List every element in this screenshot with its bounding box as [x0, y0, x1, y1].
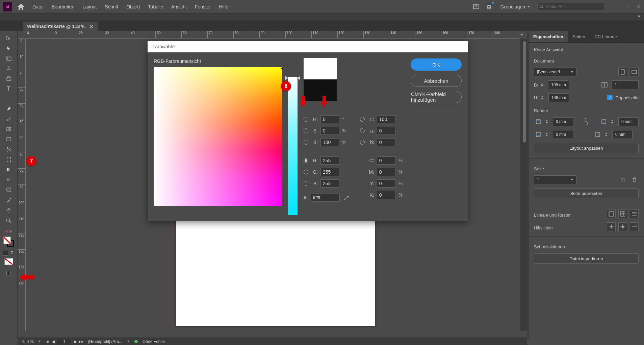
- tab-cc-libraries[interactable]: CC Librarie: [590, 31, 622, 42]
- radio-g[interactable]: [304, 170, 308, 174]
- input-m[interactable]: [377, 168, 396, 176]
- link-margins-icon[interactable]: [582, 117, 591, 126]
- input-lab-b[interactable]: [377, 138, 396, 146]
- radio-bch[interactable]: [304, 181, 308, 186]
- vertical-scrollbar[interactable]: [520, 39, 527, 331]
- gradient-swatch-tool[interactable]: [3, 165, 15, 174]
- tab-eigenschaften[interactable]: Eigenschaften: [529, 31, 568, 42]
- apply-none-icon[interactable]: [4, 258, 13, 265]
- input-g[interactable]: [320, 168, 339, 176]
- new-page-icon[interactable]: ◫: [618, 175, 627, 184]
- edit-page-button[interactable]: Seite bearbeiten: [534, 188, 639, 198]
- ok-button[interactable]: OK: [411, 58, 462, 71]
- pencil-tool[interactable]: [3, 114, 15, 124]
- rectangle-tool[interactable]: [3, 134, 15, 144]
- tab-seiten[interactable]: Seiten: [568, 31, 590, 42]
- next-page-icon[interactable]: ▶: [74, 339, 77, 344]
- workspace-switcher[interactable]: Grundlagen: [498, 3, 533, 11]
- menu-fenster[interactable]: Fenster: [195, 4, 211, 9]
- orientation-landscape-icon[interactable]: [630, 68, 639, 76]
- menu-tabelle[interactable]: Tabelle: [148, 4, 163, 9]
- page-preset-select[interactable]: [Benutzerdef...: [534, 68, 576, 76]
- menu-layout[interactable]: Layout: [82, 4, 97, 9]
- zoom-level[interactable]: 75,6 %: [21, 339, 33, 344]
- hand-tool[interactable]: [3, 205, 15, 215]
- input-y[interactable]: [377, 179, 396, 188]
- gap-tool[interactable]: [3, 64, 15, 73]
- page-tool[interactable]: [3, 53, 15, 63]
- hue-slider[interactable]: [288, 77, 298, 215]
- minimize-icon[interactable]: ─: [614, 4, 620, 10]
- input-l[interactable]: [377, 115, 396, 123]
- margin-left-input[interactable]: 0 mm: [618, 117, 639, 126]
- margin-bottom-stepper[interactable]: [545, 130, 550, 139]
- profile-label[interactable]: [Grundprofil] (Arb...: [88, 339, 122, 344]
- eyedropper-icon[interactable]: [343, 194, 350, 201]
- delete-page-icon[interactable]: [630, 175, 639, 184]
- input-a[interactable]: [377, 127, 396, 135]
- width-stepper[interactable]: [541, 80, 545, 89]
- menu-bearbeiten[interactable]: Bearbeiten: [52, 4, 75, 9]
- preflight-label[interactable]: Ohne Fehler: [143, 339, 165, 344]
- orientation-portrait-icon[interactable]: [618, 68, 627, 76]
- pen-tool[interactable]: [3, 104, 15, 114]
- gradient-feather-tool[interactable]: [3, 175, 15, 184]
- height-stepper[interactable]: [541, 93, 546, 102]
- radio-l[interactable]: [360, 117, 365, 122]
- prev-page-icon[interactable]: ◀: [52, 339, 55, 344]
- fill-stroke-swatch[interactable]: [3, 236, 15, 248]
- menu-datei[interactable]: Datei: [32, 4, 44, 9]
- input-h[interactable]: [320, 115, 339, 123]
- grid-icon[interactable]: [618, 210, 627, 218]
- input-bch[interactable]: [320, 179, 339, 188]
- document-tab[interactable]: Weihnachtskarte @ 113 % ✕: [23, 22, 98, 31]
- direct-selection-tool[interactable]: [3, 43, 15, 53]
- swap-fill-stroke-icon[interactable]: [3, 228, 15, 234]
- menu-hilfe[interactable]: Hilfe: [219, 4, 228, 9]
- panel-dock-strip[interactable]: [527, 31, 529, 339]
- page-number[interactable]: 1: [57, 339, 72, 344]
- import-file-button[interactable]: Datei importieren: [534, 253, 639, 264]
- stock-search-input[interactable]: [546, 4, 602, 9]
- share-icon[interactable]: [485, 3, 493, 11]
- close-icon[interactable]: ✕: [635, 4, 641, 10]
- radio-lab-b[interactable]: [360, 140, 365, 145]
- stock-search[interactable]: [537, 3, 605, 11]
- home-icon[interactable]: [16, 2, 26, 11]
- page-select[interactable]: 1: [534, 175, 576, 184]
- margin-right-stepper[interactable]: [605, 130, 610, 139]
- ruler-icon-1[interactable]: [607, 210, 616, 218]
- page-navigator[interactable]: ⏮ ◀ 1 ▶ ⏭: [46, 339, 83, 344]
- input-r[interactable]: [320, 156, 339, 165]
- apply-container-icon[interactable]: [3, 250, 8, 255]
- guides-icon-2[interactable]: [618, 222, 627, 231]
- radio-b[interactable]: [304, 140, 308, 145]
- margin-bottom-input[interactable]: 0 mm: [553, 130, 573, 139]
- note-tool[interactable]: [3, 185, 15, 195]
- margin-right-input[interactable]: 0 mm: [612, 130, 633, 139]
- first-page-icon[interactable]: ⏮: [46, 339, 50, 344]
- radio-h[interactable]: [304, 117, 308, 122]
- input-hex[interactable]: [311, 194, 340, 202]
- pages-input[interactable]: 1: [612, 80, 639, 89]
- cancel-button[interactable]: Abbrechen: [411, 75, 462, 87]
- radio-r[interactable]: [304, 158, 308, 163]
- margin-top-stepper[interactable]: [545, 117, 550, 126]
- menu-schrift[interactable]: Schrift: [105, 4, 118, 9]
- hue-slider-thumb[interactable]: [285, 76, 300, 80]
- radio-a[interactable]: [360, 128, 365, 133]
- input-k[interactable]: [377, 191, 396, 199]
- menu-objekt[interactable]: Objekt: [126, 4, 140, 9]
- content-collector-tool[interactable]: [3, 74, 15, 83]
- zoom-tool[interactable]: [3, 216, 15, 225]
- adjust-layout-button[interactable]: Layout anpassen: [534, 143, 639, 153]
- tab-close-icon[interactable]: ✕: [89, 24, 94, 29]
- view-mode-icon[interactable]: [3, 268, 15, 278]
- guides-icon-1[interactable]: [607, 222, 616, 231]
- smart-guides-icon[interactable]: [630, 222, 639, 231]
- radio-s[interactable]: [304, 128, 308, 133]
- facing-pages-checkbox[interactable]: [607, 95, 613, 100]
- margin-left-stepper[interactable]: [611, 117, 616, 126]
- height-input[interactable]: 148 mm: [548, 93, 569, 102]
- selection-tool[interactable]: [3, 33, 15, 43]
